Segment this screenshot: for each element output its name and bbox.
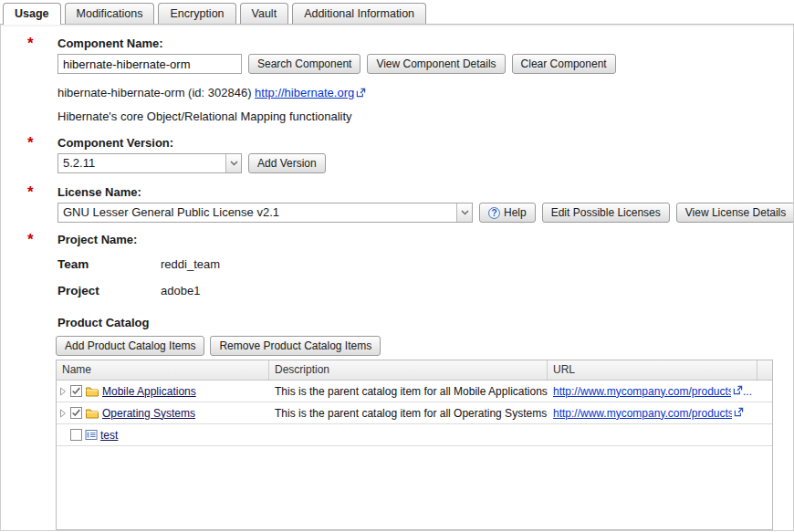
tab-usage[interactable]: Usage [3, 3, 61, 25]
clear-component-button[interactable]: Clear Component [512, 54, 616, 74]
add-version-button[interactable]: Add Version [248, 153, 326, 173]
column-header-url[interactable]: URL [548, 360, 757, 380]
add-product-catalog-items-button[interactable]: Add Product Catalog Items [56, 336, 204, 356]
component-version-label: Component Version: [57, 135, 793, 151]
question-circle-icon: ? [488, 207, 500, 219]
external-link-icon [356, 86, 366, 101]
required-asterisk: * [27, 134, 34, 151]
license-name-select[interactable]: GNU Lesser General Public License v2.1 [57, 203, 473, 223]
component-description: Hibernate's core Object/Relational Mappi… [57, 109, 793, 124]
project-name-label: Project Name: [57, 232, 793, 247]
search-component-button[interactable]: Search Component [248, 54, 360, 74]
list-item-icon [85, 429, 98, 441]
component-info-text: hibernate-hibernate-orm (id: 302846) [57, 86, 251, 99]
chevron-down-icon[interactable] [225, 154, 241, 172]
required-asterisk: * [27, 231, 34, 248]
component-name-label: Component Name: [57, 36, 793, 51]
view-component-details-button[interactable]: View Component Details [367, 54, 505, 74]
component-version-value: 5.2.11 [58, 154, 225, 172]
expand-triangle-icon[interactable] [59, 387, 68, 396]
catalog-item-link[interactable]: Mobile Applications [102, 385, 196, 398]
component-name-input[interactable] [57, 54, 242, 74]
required-asterisk: * [27, 35, 34, 52]
table-row: Operating Systems This is the parent cat… [57, 402, 772, 424]
table-row: test [57, 424, 772, 446]
column-header-name[interactable]: Name [57, 360, 269, 380]
license-name-label: License Name: [57, 184, 794, 200]
catalog-item-url-link[interactable]: http://www.mycompany.com/products/os [553, 407, 732, 420]
expand-triangle-icon[interactable] [59, 409, 68, 418]
catalog-item-url-link[interactable]: http://www.mycompany.com/products/mobile [553, 385, 731, 398]
project-label: Project [57, 283, 161, 298]
table-row: Mobile Applications This is the parent c… [57, 381, 772, 402]
row-checkbox-unchecked[interactable] [70, 429, 82, 441]
component-version-select[interactable]: 5.2.11 [57, 153, 242, 173]
row-checkbox-checked[interactable] [70, 385, 82, 397]
license-name-value: GNU Lesser General Public License v2.1 [58, 203, 456, 222]
column-header-spacer [757, 360, 772, 380]
product-catalog-table: Name Description URL Mobile Applications… [56, 360, 773, 530]
table-header-row: Name Description URL [57, 360, 772, 381]
tab-modifications[interactable]: Modifications [65, 3, 155, 24]
catalog-item-description: This is the parent catalog item for all … [269, 385, 548, 398]
usage-tab-panel: * Component Name: Search Component View … [0, 25, 794, 531]
product-catalog-title: Product Catalog [57, 315, 793, 330]
external-link-icon [734, 407, 744, 420]
tab-bar: Usage Modifications Encryption Vault Add… [0, 0, 794, 25]
tab-vault[interactable]: Vault [240, 3, 289, 24]
catalog-item-link[interactable]: test [100, 429, 118, 442]
column-header-description[interactable]: Description [269, 360, 548, 380]
row-checkbox-checked[interactable] [70, 407, 82, 419]
folder-icon [85, 385, 99, 397]
catalog-item-description: This is the parent catalog item for all … [269, 407, 548, 420]
tab-additional-information[interactable]: Additional Information [292, 3, 426, 24]
project-value: adobe1 [161, 283, 200, 298]
chevron-down-icon[interactable] [456, 203, 472, 222]
component-homepage-link[interactable]: http://hibernate.org [255, 86, 354, 99]
url-ellipsis: ... [743, 385, 752, 398]
required-asterisk: * [27, 183, 34, 201]
remove-product-catalog-items-button[interactable]: Remove Product Catalog Items [210, 336, 381, 356]
tab-encryption[interactable]: Encryption [158, 3, 235, 24]
license-help-button[interactable]: ?Help [479, 203, 536, 223]
external-link-icon [733, 385, 743, 398]
team-value: reddi_team [161, 256, 220, 272]
folder-icon [85, 407, 99, 419]
edit-possible-licenses-button[interactable]: Edit Possible Licenses [542, 203, 670, 223]
view-license-details-button[interactable]: View License Details [676, 203, 794, 223]
team-label: Team [57, 256, 161, 272]
catalog-item-link[interactable]: Operating Systems [102, 407, 195, 420]
